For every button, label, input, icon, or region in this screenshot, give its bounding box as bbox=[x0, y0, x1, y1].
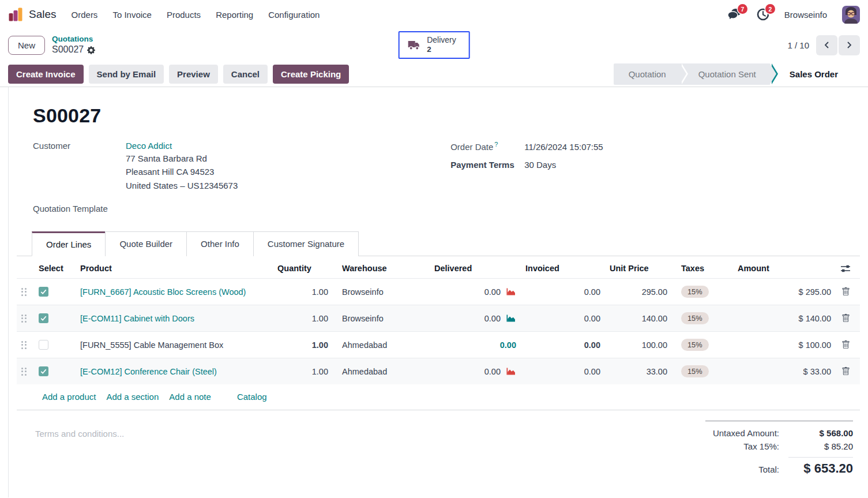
delivered-cell[interactable]: 0.00 bbox=[484, 367, 501, 376]
drag-handle-icon[interactable] bbox=[21, 288, 27, 296]
order-date-value[interactable]: 11/26/2024 15:07:55 bbox=[524, 142, 603, 152]
add-section-link[interactable]: Add a section bbox=[106, 392, 159, 402]
messages-button[interactable]: 7 bbox=[727, 8, 742, 21]
tab-other-info[interactable]: Other Info bbox=[186, 231, 254, 256]
forecast-chart-icon[interactable] bbox=[505, 367, 516, 376]
delete-line-button[interactable] bbox=[840, 313, 851, 324]
order-line-row[interactable]: [E-COM12] Conference Chair (Steel) 1.00 … bbox=[17, 358, 860, 385]
delete-line-button[interactable] bbox=[840, 339, 851, 350]
create-invoice-button[interactable]: Create Invoice bbox=[8, 65, 84, 84]
row-checkbox-checked[interactable] bbox=[39, 287, 48, 297]
tab-customer-signature[interactable]: Customer Signature bbox=[253, 231, 359, 256]
header-product[interactable]: Product bbox=[76, 256, 273, 279]
forecast-chart-icon[interactable] bbox=[505, 314, 516, 323]
customer-link[interactable]: Deco Addict bbox=[126, 141, 238, 151]
drag-handle-icon[interactable] bbox=[21, 314, 27, 323]
pager-indicator[interactable]: 1 / 10 bbox=[787, 40, 809, 50]
drag-handle-icon[interactable] bbox=[21, 368, 27, 376]
tab-order-lines[interactable]: Order Lines bbox=[32, 231, 106, 256]
delivery-smart-button[interactable]: Delivery 2 bbox=[398, 31, 470, 59]
app-name[interactable]: Sales bbox=[29, 8, 57, 21]
product-link[interactable]: [E-COM11] Cabinet with Doors bbox=[80, 314, 194, 323]
menu-products[interactable]: Products bbox=[167, 10, 201, 20]
preview-button[interactable]: Preview bbox=[169, 65, 218, 84]
untaxed-amount-label: Untaxed Amount: bbox=[705, 428, 788, 438]
drag-handle-icon[interactable] bbox=[21, 341, 27, 349]
header-amount[interactable]: Amount bbox=[733, 256, 836, 279]
quantity-cell[interactable]: 1.00 bbox=[273, 332, 333, 358]
header-quantity[interactable]: Quantity bbox=[273, 256, 333, 279]
warehouse-cell[interactable]: Ahmedabad bbox=[333, 332, 430, 358]
pager-previous-button[interactable] bbox=[816, 35, 837, 55]
unit-price-cell[interactable]: 33.00 bbox=[605, 358, 672, 385]
warehouse-cell[interactable]: Ahmedabad bbox=[333, 358, 430, 385]
status-step-quotation-sent[interactable]: Quotation Sent bbox=[680, 63, 770, 85]
truck-icon bbox=[407, 40, 421, 51]
terms-placeholder[interactable]: Terms and conditions... bbox=[35, 429, 124, 478]
delete-line-button[interactable] bbox=[840, 366, 851, 377]
header-warehouse[interactable]: Warehouse bbox=[333, 256, 430, 279]
app-switcher[interactable]: Sales bbox=[8, 7, 57, 22]
order-line-row[interactable]: [E-COM11] Cabinet with Doors 1.00 Browse… bbox=[17, 305, 860, 332]
tax-badge[interactable]: 15% bbox=[681, 312, 709, 324]
delivered-cell[interactable]: 0.00 bbox=[484, 287, 501, 297]
menu-configuration[interactable]: Configuration bbox=[268, 10, 320, 20]
breadcrumb-quotations-link[interactable]: Quotations bbox=[52, 34, 95, 44]
quantity-cell[interactable]: 1.00 bbox=[273, 279, 333, 305]
add-note-link[interactable]: Add a note bbox=[169, 392, 211, 402]
invoiced-cell[interactable]: 0.00 bbox=[521, 305, 605, 332]
new-button[interactable]: New bbox=[8, 36, 45, 55]
unit-price-cell[interactable]: 140.00 bbox=[605, 305, 672, 332]
send-by-email-button[interactable]: Send by Email bbox=[89, 65, 164, 84]
order-date-help-icon[interactable]: ? bbox=[494, 141, 498, 148]
order-line-row[interactable]: [FURN_6667] Acoustic Bloc Screens (Wood)… bbox=[17, 279, 860, 305]
header-delivered[interactable]: Delivered bbox=[430, 256, 521, 279]
tax-badge[interactable]: 15% bbox=[681, 365, 709, 377]
catalog-link[interactable]: Catalog bbox=[237, 392, 267, 402]
add-product-link[interactable]: Add a product bbox=[42, 392, 96, 402]
delete-line-button[interactable] bbox=[840, 286, 851, 297]
control-panel: New Quotations S00027 Delivery 2 1 / 10 bbox=[0, 29, 868, 61]
row-checkbox-unchecked[interactable] bbox=[39, 340, 48, 350]
menu-reporting[interactable]: Reporting bbox=[216, 10, 253, 20]
header-invoiced[interactable]: Invoiced bbox=[521, 256, 605, 279]
warehouse-cell[interactable]: Browseinfo bbox=[333, 305, 430, 332]
status-step-quotation[interactable]: Quotation bbox=[614, 63, 680, 85]
product-text[interactable]: [FURN_5555] Cable Management Box bbox=[80, 340, 223, 350]
header-taxes[interactable]: Taxes bbox=[672, 256, 733, 279]
user-name[interactable]: Browseinfo bbox=[784, 10, 827, 20]
create-picking-button[interactable]: Create Picking bbox=[273, 65, 349, 84]
pager-next-button[interactable] bbox=[839, 35, 860, 55]
tax-badge[interactable]: 15% bbox=[681, 339, 709, 351]
quantity-cell[interactable]: 1.00 bbox=[273, 358, 333, 385]
menu-to-invoice[interactable]: To Invoice bbox=[112, 10, 152, 20]
user-avatar[interactable] bbox=[842, 6, 860, 24]
unit-price-cell[interactable]: 100.00 bbox=[605, 332, 672, 358]
invoiced-cell[interactable]: 0.00 bbox=[521, 332, 605, 358]
activities-button[interactable]: 2 bbox=[757, 8, 769, 21]
optional-columns-button[interactable] bbox=[840, 264, 851, 273]
delivered-cell[interactable]: 0.00 bbox=[484, 314, 501, 323]
gear-icon[interactable] bbox=[87, 46, 95, 54]
statusbar: Quotation Quotation Sent Sales Order bbox=[614, 63, 868, 85]
sales-app-icon bbox=[8, 7, 23, 22]
delivered-cell[interactable]: 0.00 bbox=[500, 340, 516, 350]
invoiced-cell[interactable]: 0.00 bbox=[521, 279, 605, 305]
cancel-button[interactable]: Cancel bbox=[223, 65, 268, 84]
quantity-cell[interactable]: 1.00 bbox=[273, 305, 333, 332]
product-link[interactable]: [E-COM12] Conference Chair (Steel) bbox=[80, 367, 217, 376]
menu-orders[interactable]: Orders bbox=[72, 10, 98, 20]
status-step-sales-order[interactable]: Sales Order bbox=[770, 63, 868, 85]
tax-badge[interactable]: 15% bbox=[681, 286, 709, 298]
tab-quote-builder[interactable]: Quote Builder bbox=[105, 231, 187, 256]
order-line-row[interactable]: [FURN_5555] Cable Management Box 1.00 Ah… bbox=[17, 332, 860, 358]
header-unit-price[interactable]: Unit Price bbox=[605, 256, 672, 279]
payment-terms-value[interactable]: 30 Days bbox=[524, 160, 556, 170]
invoiced-cell[interactable]: 0.00 bbox=[521, 358, 605, 385]
row-checkbox-checked[interactable] bbox=[39, 313, 48, 323]
row-checkbox-checked[interactable] bbox=[39, 366, 48, 376]
unit-price-cell[interactable]: 295.00 bbox=[605, 279, 672, 305]
product-link[interactable]: [FURN_6667] Acoustic Bloc Screens (Wood) bbox=[80, 287, 246, 297]
warehouse-cell[interactable]: Browseinfo bbox=[333, 279, 430, 305]
forecast-chart-icon[interactable] bbox=[505, 287, 516, 296]
